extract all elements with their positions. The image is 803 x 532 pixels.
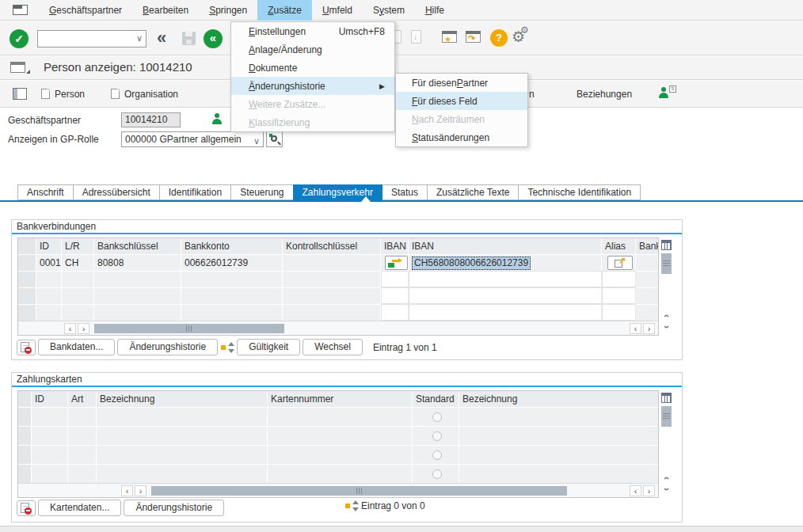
submenu-item-statusaenderungen[interactable]: Statusänderungen [396,128,527,146]
hscroll-thumb[interactable] [94,324,284,333]
kartendaten-button[interactable]: Kartendaten... [38,500,121,516]
bank-table-empty-row[interactable] [18,287,658,304]
tab-status[interactable]: Status [382,184,428,200]
vscroll-thumb[interactable] [661,406,672,427]
shortcut-icon[interactable]: ★ [442,31,457,43]
col-header-kontrollschluessel[interactable]: Kontrollschlüssel [283,238,381,254]
menubar-item-hilfe[interactable]: Hilfe [415,0,455,21]
bank-table-empty-row[interactable] [18,271,658,287]
delete-row-button[interactable] [17,340,36,355]
back-chevrons-icon[interactable]: « [157,28,165,48]
cell-id[interactable]: 0001 [36,254,62,271]
menu-item-einstellungen[interactable]: Einstellungen Umsch+F8 [231,22,394,40]
scroll-right-icon[interactable]: › [78,323,89,334]
col-header-bezeichnung[interactable]: Bezeichnung [97,391,268,407]
create-person-button[interactable]: Person [41,81,85,108]
col-header-iban[interactable]: IBAN [409,238,602,254]
iban-button[interactable] [385,256,408,270]
help-icon[interactable]: ? [490,29,508,47]
chevron-down-icon[interactable]: ∨ [136,33,143,44]
row-selector[interactable] [18,254,36,271]
new-session-icon[interactable]: ↷ [466,31,481,43]
scroll-up-icon[interactable]: ‹ [660,310,672,321]
back-button[interactable]: « [204,29,223,48]
scroll-left-icon[interactable]: ‹ [630,323,641,334]
alias-button[interactable]: ↗ [607,256,633,270]
scroll-left-icon[interactable]: ‹ [64,323,76,334]
scroll-down-icon[interactable]: › [660,321,672,332]
save-icon[interactable] [182,32,196,45]
submenu-item-fuer-dieses-feld[interactable]: Für dieses Feld [396,92,527,110]
col-header-standard[interactable]: Standard [413,391,459,407]
aenderungshistorie-button[interactable]: Änderungshistorie [124,500,224,516]
menubar-item-zusaetze[interactable]: Zusätze [257,0,312,21]
tab-technische-identifikation[interactable]: Technische Identifikation [518,184,641,200]
create-organisation-button[interactable]: Organisation [111,81,178,108]
bankdaten-button[interactable]: Bankdaten... [38,339,115,355]
standard-radio[interactable] [432,431,442,441]
col-header-bank-clipped[interactable]: Bank [636,238,658,254]
cell-iban[interactable]: CH5680808006626012739 [409,254,602,271]
cell-bankschluessel[interactable]: 80808 [94,254,181,271]
delete-row-button[interactable] [17,500,36,516]
standard-radio[interactable] [432,469,442,479]
scroll-right-icon[interactable]: › [135,485,147,496]
wechsel-button[interactable]: Wechsel [303,339,363,355]
standard-radio[interactable] [432,450,442,460]
menubar-item-geschaeftspartner[interactable]: Geschäftspartner [39,0,132,21]
col-header-bankschluessel[interactable]: Bankschlüssel [94,238,181,254]
cards-table-empty-row[interactable] [18,426,658,445]
tab-zusaetzliche-texte[interactable]: Zusätzliche Texte [427,184,519,200]
scroll-down-icon[interactable]: › [660,484,672,495]
bank-table-row[interactable]: 0001 CH 80808 006626012739 CH56808080066… [18,254,658,271]
enter-button[interactable]: ✓ [10,29,29,48]
hscroll-thumb[interactable] [151,486,567,496]
tab-steuerung[interactable]: Steuerung [230,184,293,200]
menu-item-dokumente[interactable]: Dokumente [231,59,394,77]
table-settings-icon[interactable] [661,393,672,403]
tab-anschrift[interactable]: Anschrift [17,184,74,200]
beziehungen-button[interactable]: Beziehungen [577,81,632,108]
aenderungshistorie-button[interactable]: Änderungshistorie [117,339,218,355]
col-header-bezeichnung-2[interactable]: Bezeichnung [459,391,658,407]
cell-kontrollschluessel[interactable] [283,254,381,271]
submenu-item-fuer-diesen-partner[interactable]: Für diesen Partner [396,74,527,92]
gueltigkeit-button[interactable]: Gültigkeit [237,339,300,355]
scroll-left-icon[interactable]: ‹ [630,485,641,496]
scroll-up-icon[interactable]: ‹ [660,473,672,484]
command-field[interactable] [40,32,131,46]
scroll-right-icon[interactable]: › [643,485,655,496]
gear-icon[interactable]: ⚙ [512,28,525,46]
menu-item-anlage-aenderung[interactable]: Anlage/Änderung [231,40,394,59]
scroll-left-icon[interactable]: ‹ [121,485,133,496]
menu-item-aenderungshistorie[interactable]: Änderungshistorie ▶ [231,77,394,95]
page-down-arrow-icon[interactable]: ↓ [411,30,421,44]
menubar-item-umfeld[interactable]: Umfeld [312,0,363,21]
menubar-item-springen[interactable]: Springen [199,0,257,21]
bank-table-empty-row[interactable] [18,304,658,321]
col-header-iban-btn[interactable]: IBAN [381,238,409,254]
col-header-id[interactable]: ID [36,238,62,254]
switch-partner-icon[interactable]: ⇅ [659,87,676,101]
row-selector-header[interactable] [18,391,32,407]
cell-lr[interactable]: CH [62,254,94,271]
tab-identifikation[interactable]: Identifikation [159,184,231,200]
cards-table-empty-row[interactable] [18,445,658,464]
col-header-kartennummer[interactable]: Kartennummer [268,391,413,407]
col-header-bankkonto[interactable]: Bankkonto [181,238,283,254]
col-header-lr[interactable]: L/R [62,238,94,254]
cell-bankkonto[interactable]: 006626012739 [181,254,283,271]
col-header-id[interactable]: ID [32,391,68,407]
col-header-art[interactable]: Art [68,391,97,407]
cell-bank-clipped[interactable] [636,254,658,271]
cards-table-empty-row[interactable] [18,464,658,483]
gui-services-icon[interactable] [10,62,25,73]
table-settings-icon[interactable] [661,240,672,250]
iban-value-selected[interactable]: CH5680808006626012739 [412,256,531,270]
vscroll-thumb[interactable] [661,253,672,274]
expand-icon[interactable] [220,341,234,354]
locator-toggle-icon[interactable] [13,88,27,100]
cards-table-empty-row[interactable] [18,407,658,426]
role-dropdown[interactable]: 000000 GPartner allgemein∨ [121,131,264,147]
row-selector-header[interactable] [18,238,36,254]
